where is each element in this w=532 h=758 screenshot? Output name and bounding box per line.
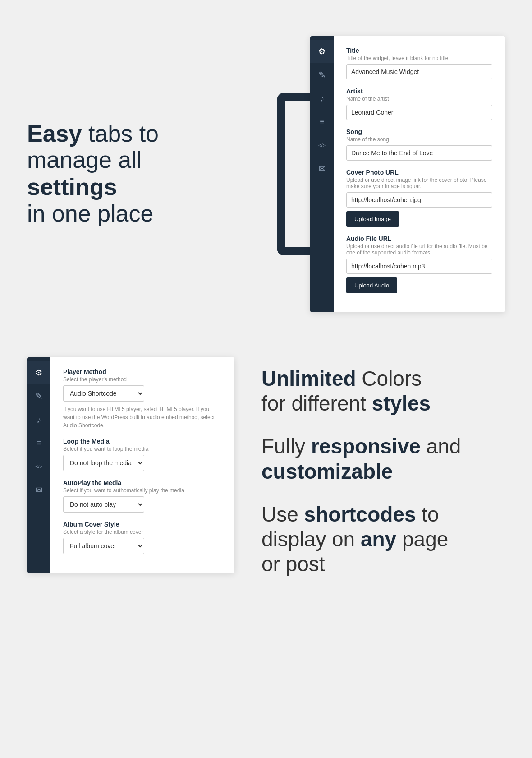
tab-brush[interactable]: ✎ bbox=[310, 63, 334, 87]
bottom-tab-music[interactable]: ♪ bbox=[27, 408, 50, 431]
right-promo: Unlimited Colors for different styles Fu… bbox=[261, 357, 505, 595]
field-autoplay: AutoPlay the Media Select if you want to… bbox=[63, 479, 222, 513]
promo-block-3: Use shortcodes to display on any page or… bbox=[261, 502, 505, 577]
hero-easy: Easy bbox=[27, 120, 82, 147]
bottom-tab-mail[interactable]: ✉ bbox=[27, 478, 50, 502]
field-artist: Artist Name of the artist bbox=[346, 88, 492, 120]
label-cover-photo: Cover Photo URL bbox=[346, 169, 492, 176]
bottom-widget: ⚙ ✎ ♪ ≡ </> ✉ Player Method Select the p… bbox=[27, 357, 234, 573]
promo-text-3: Use shortcodes to display on any page or… bbox=[261, 502, 505, 577]
tab-doc[interactable]: ≡ bbox=[310, 110, 334, 134]
label-title: Title bbox=[346, 47, 492, 54]
promo-block-2: Fully responsive and customizable bbox=[261, 434, 505, 484]
hero-manage: manage all bbox=[27, 147, 142, 173]
select-album-cover-style[interactable]: Full album cover Small album cover No co… bbox=[63, 538, 144, 554]
promo-bold-unlimited: Unlimited bbox=[261, 367, 356, 390]
bottom-tab-brush[interactable]: ✎ bbox=[27, 384, 50, 408]
top-section: Easy tabs to manage all settings in one … bbox=[0, 0, 532, 339]
tab-music[interactable]: ♪ bbox=[310, 87, 334, 110]
hero-tabs: tabs to bbox=[82, 120, 159, 147]
label-audio-file: Audio File URL bbox=[346, 235, 492, 242]
field-loop-media: Loop the Media Select if you want to loo… bbox=[63, 438, 222, 471]
bottom-section: ⚙ ✎ ♪ ≡ </> ✉ Player Method Select the p… bbox=[0, 339, 532, 622]
sublabel-autoplay: Select if you want to authomatically pla… bbox=[63, 487, 222, 494]
bracket-decoration bbox=[266, 84, 311, 264]
bottom-tab-gear[interactable]: ⚙ bbox=[27, 361, 50, 384]
promo-bold-customizable: customizable bbox=[261, 460, 393, 483]
bottom-tab-doc[interactable]: ≡ bbox=[27, 431, 50, 455]
input-title[interactable] bbox=[346, 64, 492, 79]
promo-normal-displayon: display on bbox=[261, 527, 361, 551]
field-cover-photo: Cover Photo URL Upload or use direct ima… bbox=[346, 169, 492, 227]
upload-audio-button[interactable]: Upload Audio bbox=[346, 277, 397, 293]
promo-normal-orpost: or post bbox=[261, 552, 325, 576]
label-song: Song bbox=[346, 128, 492, 135]
select-loop-media[interactable]: Do not loop the media Loop the media bbox=[63, 455, 144, 471]
promo-bold-responsive: responsive bbox=[311, 434, 421, 458]
promo-normal-use: Use bbox=[261, 503, 304, 526]
field-player-method: Player Method Select the player's method… bbox=[63, 368, 222, 430]
field-song: Song Name of the song bbox=[346, 128, 492, 161]
bottom-form-panel: Player Method Select the player's method… bbox=[50, 357, 234, 573]
hero-settings: settings bbox=[27, 174, 117, 200]
promo-normal-and: and bbox=[427, 434, 461, 458]
bottom-tab-code[interactable]: </> bbox=[27, 455, 50, 478]
sublabel-artist: Name of the artist bbox=[346, 96, 492, 102]
sublabel-loop-media: Select if you want to loop the media bbox=[63, 446, 222, 452]
sublabel-album-cover-style: Select a style for the album cover bbox=[63, 529, 222, 535]
upload-image-button[interactable]: Upload Image bbox=[346, 211, 399, 227]
promo-bold-shortcodes: shortcodes bbox=[304, 503, 416, 526]
bracket-widget-area: ⚙ ✎ ♪ ≡ </> ✉ Title Title of the widget,… bbox=[266, 36, 505, 312]
label-loop-media: Loop the Media bbox=[63, 438, 222, 445]
select-autoplay[interactable]: Do not auto play Auto play bbox=[63, 496, 144, 513]
input-song[interactable] bbox=[346, 145, 492, 161]
tab-mail[interactable]: ✉ bbox=[310, 157, 334, 180]
promo-normal-page: page bbox=[402, 527, 448, 551]
sublabel-audio-file: Upload or use direct audio file url for … bbox=[346, 243, 492, 256]
tab-gear[interactable]: ⚙ bbox=[310, 40, 334, 63]
promo-normal-fordifferent: for different bbox=[261, 392, 372, 415]
label-artist: Artist bbox=[346, 88, 492, 95]
promo-bold-styles: styles bbox=[372, 392, 431, 415]
sublabel-title: Title of the widget, leave it blank for … bbox=[346, 55, 492, 61]
top-form-panel: Title Title of the widget, leave it blan… bbox=[334, 36, 505, 312]
promo-normal-colors: Colors bbox=[362, 367, 422, 390]
promo-text-1: Unlimited Colors for different styles bbox=[261, 366, 505, 416]
bracket-shape bbox=[277, 93, 311, 255]
field-album-cover-style: Album Cover Style Select a style for the… bbox=[63, 521, 222, 554]
hero-inone: in one place bbox=[27, 200, 153, 226]
promo-normal-to: to bbox=[422, 503, 439, 526]
hero-text: Easy tabs to manage all settings in one … bbox=[27, 121, 198, 228]
promo-bold-any: any bbox=[361, 527, 396, 551]
tab-code[interactable]: </> bbox=[310, 134, 334, 157]
label-autoplay: AutoPlay the Media bbox=[63, 479, 222, 486]
input-audio-file[interactable] bbox=[346, 259, 492, 274]
input-artist[interactable] bbox=[346, 105, 492, 120]
promo-normal-fully: Fully bbox=[261, 434, 311, 458]
bottom-widget-sidebar: ⚙ ✎ ♪ ≡ </> ✉ bbox=[27, 357, 50, 573]
promo-block-1: Unlimited Colors for different styles bbox=[261, 366, 505, 416]
field-audio-file: Audio File URL Upload or use direct audi… bbox=[346, 235, 492, 293]
top-widget-sidebar: ⚙ ✎ ♪ ≡ </> ✉ bbox=[310, 36, 334, 312]
field-title: Title Title of the widget, leave it blan… bbox=[346, 47, 492, 79]
label-player-method: Player Method bbox=[63, 368, 222, 375]
sublabel-cover-photo: Upload or use direct image link for the … bbox=[346, 177, 492, 190]
select-player-method[interactable]: Audio Shortcode HTML5 Player bbox=[63, 385, 144, 402]
input-cover-photo[interactable] bbox=[346, 192, 492, 208]
promo-text-2: Fully responsive and customizable bbox=[261, 434, 505, 484]
top-widget: ⚙ ✎ ♪ ≡ </> ✉ Title Title of the widget,… bbox=[310, 36, 505, 312]
player-method-helper: If you want to use HTML5 player, select … bbox=[63, 405, 222, 430]
label-album-cover-style: Album Cover Style bbox=[63, 521, 222, 528]
sublabel-player-method: Select the player's method bbox=[63, 376, 222, 383]
sublabel-song: Name of the song bbox=[346, 136, 492, 143]
